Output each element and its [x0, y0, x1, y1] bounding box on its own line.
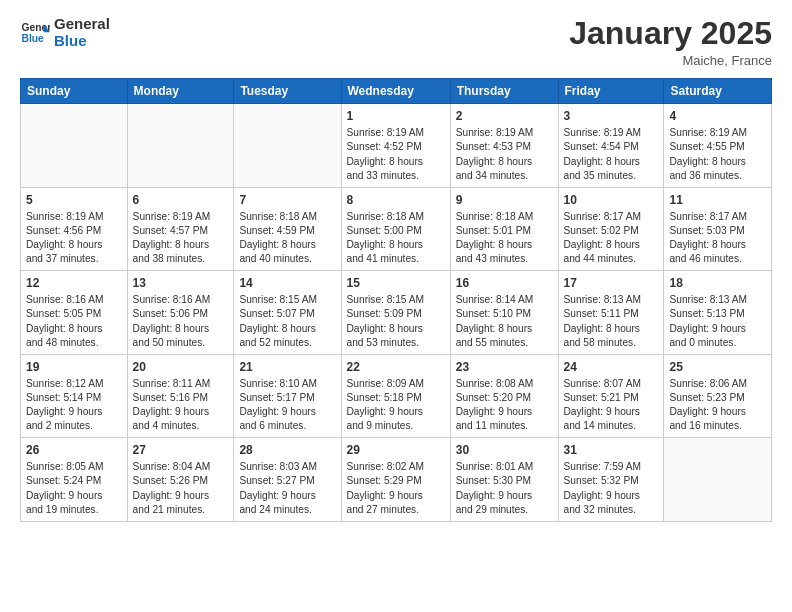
- day-info: Sunrise: 8:19 AM Sunset: 4:57 PM Dayligh…: [133, 210, 229, 266]
- logo-blue-text: Blue: [54, 32, 87, 49]
- day-number: 12: [26, 275, 122, 291]
- month-title: January 2025: [569, 16, 772, 51]
- day-number: 15: [347, 275, 445, 291]
- page: General Blue General Blue January 2025 M…: [0, 0, 792, 612]
- calendar-cell: 6Sunrise: 8:19 AM Sunset: 4:57 PM Daylig…: [127, 187, 234, 271]
- calendar-cell: 3Sunrise: 8:19 AM Sunset: 4:54 PM Daylig…: [558, 104, 664, 188]
- week-row-5: 26Sunrise: 8:05 AM Sunset: 5:24 PM Dayli…: [21, 438, 772, 522]
- col-monday: Monday: [127, 79, 234, 104]
- day-number: 10: [564, 192, 659, 208]
- col-thursday: Thursday: [450, 79, 558, 104]
- calendar-cell: 15Sunrise: 8:15 AM Sunset: 5:09 PM Dayli…: [341, 271, 450, 355]
- day-info: Sunrise: 8:08 AM Sunset: 5:20 PM Dayligh…: [456, 377, 553, 433]
- calendar-cell: 31Sunrise: 7:59 AM Sunset: 5:32 PM Dayli…: [558, 438, 664, 522]
- calendar-cell: 24Sunrise: 8:07 AM Sunset: 5:21 PM Dayli…: [558, 354, 664, 438]
- calendar-cell: 29Sunrise: 8:02 AM Sunset: 5:29 PM Dayli…: [341, 438, 450, 522]
- header: General Blue General Blue January 2025 M…: [20, 16, 772, 68]
- day-info: Sunrise: 8:07 AM Sunset: 5:21 PM Dayligh…: [564, 377, 659, 433]
- day-info: Sunrise: 8:05 AM Sunset: 5:24 PM Dayligh…: [26, 460, 122, 516]
- day-number: 8: [347, 192, 445, 208]
- day-number: 28: [239, 442, 335, 458]
- day-number: 2: [456, 108, 553, 124]
- calendar-cell: 19Sunrise: 8:12 AM Sunset: 5:14 PM Dayli…: [21, 354, 128, 438]
- day-number: 19: [26, 359, 122, 375]
- day-info: Sunrise: 8:19 AM Sunset: 4:52 PM Dayligh…: [347, 126, 445, 182]
- day-info: Sunrise: 8:18 AM Sunset: 5:00 PM Dayligh…: [347, 210, 445, 266]
- calendar-cell: 5Sunrise: 8:19 AM Sunset: 4:56 PM Daylig…: [21, 187, 128, 271]
- day-number: 5: [26, 192, 122, 208]
- day-number: 18: [669, 275, 766, 291]
- day-number: 22: [347, 359, 445, 375]
- day-info: Sunrise: 8:17 AM Sunset: 5:03 PM Dayligh…: [669, 210, 766, 266]
- col-wednesday: Wednesday: [341, 79, 450, 104]
- day-number: 14: [239, 275, 335, 291]
- day-number: 7: [239, 192, 335, 208]
- calendar-cell: 12Sunrise: 8:16 AM Sunset: 5:05 PM Dayli…: [21, 271, 128, 355]
- day-info: Sunrise: 8:10 AM Sunset: 5:17 PM Dayligh…: [239, 377, 335, 433]
- calendar-cell: 1Sunrise: 8:19 AM Sunset: 4:52 PM Daylig…: [341, 104, 450, 188]
- calendar-cell: [127, 104, 234, 188]
- calendar-cell: [234, 104, 341, 188]
- day-number: 11: [669, 192, 766, 208]
- logo-general-text: General: [54, 15, 110, 32]
- day-number: 21: [239, 359, 335, 375]
- calendar-cell: 23Sunrise: 8:08 AM Sunset: 5:20 PM Dayli…: [450, 354, 558, 438]
- calendar-table: Sunday Monday Tuesday Wednesday Thursday…: [20, 78, 772, 522]
- svg-text:Blue: Blue: [22, 32, 45, 43]
- day-info: Sunrise: 8:19 AM Sunset: 4:53 PM Dayligh…: [456, 126, 553, 182]
- title-block: January 2025 Maiche, France: [569, 16, 772, 68]
- day-number: 31: [564, 442, 659, 458]
- day-info: Sunrise: 8:14 AM Sunset: 5:10 PM Dayligh…: [456, 293, 553, 349]
- calendar-cell: 13Sunrise: 8:16 AM Sunset: 5:06 PM Dayli…: [127, 271, 234, 355]
- calendar-cell: 8Sunrise: 8:18 AM Sunset: 5:00 PM Daylig…: [341, 187, 450, 271]
- day-info: Sunrise: 8:19 AM Sunset: 4:55 PM Dayligh…: [669, 126, 766, 182]
- day-info: Sunrise: 8:13 AM Sunset: 5:13 PM Dayligh…: [669, 293, 766, 349]
- calendar-cell: [664, 438, 772, 522]
- calendar-cell: 9Sunrise: 8:18 AM Sunset: 5:01 PM Daylig…: [450, 187, 558, 271]
- calendar-cell: 26Sunrise: 8:05 AM Sunset: 5:24 PM Dayli…: [21, 438, 128, 522]
- calendar-cell: 21Sunrise: 8:10 AM Sunset: 5:17 PM Dayli…: [234, 354, 341, 438]
- day-info: Sunrise: 8:17 AM Sunset: 5:02 PM Dayligh…: [564, 210, 659, 266]
- week-row-1: 1Sunrise: 8:19 AM Sunset: 4:52 PM Daylig…: [21, 104, 772, 188]
- week-row-2: 5Sunrise: 8:19 AM Sunset: 4:56 PM Daylig…: [21, 187, 772, 271]
- day-info: Sunrise: 8:02 AM Sunset: 5:29 PM Dayligh…: [347, 460, 445, 516]
- day-number: 1: [347, 108, 445, 124]
- calendar-cell: 27Sunrise: 8:04 AM Sunset: 5:26 PM Dayli…: [127, 438, 234, 522]
- day-info: Sunrise: 8:18 AM Sunset: 4:59 PM Dayligh…: [239, 210, 335, 266]
- day-info: Sunrise: 8:01 AM Sunset: 5:30 PM Dayligh…: [456, 460, 553, 516]
- day-number: 17: [564, 275, 659, 291]
- day-number: 13: [133, 275, 229, 291]
- calendar-cell: 28Sunrise: 8:03 AM Sunset: 5:27 PM Dayli…: [234, 438, 341, 522]
- calendar-cell: 2Sunrise: 8:19 AM Sunset: 4:53 PM Daylig…: [450, 104, 558, 188]
- calendar-cell: 14Sunrise: 8:15 AM Sunset: 5:07 PM Dayli…: [234, 271, 341, 355]
- week-row-4: 19Sunrise: 8:12 AM Sunset: 5:14 PM Dayli…: [21, 354, 772, 438]
- col-friday: Friday: [558, 79, 664, 104]
- day-number: 23: [456, 359, 553, 375]
- day-number: 20: [133, 359, 229, 375]
- logo-icon: General Blue: [20, 18, 50, 48]
- day-info: Sunrise: 8:12 AM Sunset: 5:14 PM Dayligh…: [26, 377, 122, 433]
- calendar-cell: 30Sunrise: 8:01 AM Sunset: 5:30 PM Dayli…: [450, 438, 558, 522]
- calendar-cell: 10Sunrise: 8:17 AM Sunset: 5:02 PM Dayli…: [558, 187, 664, 271]
- calendar-cell: 17Sunrise: 8:13 AM Sunset: 5:11 PM Dayli…: [558, 271, 664, 355]
- day-info: Sunrise: 8:19 AM Sunset: 4:56 PM Dayligh…: [26, 210, 122, 266]
- day-info: Sunrise: 8:18 AM Sunset: 5:01 PM Dayligh…: [456, 210, 553, 266]
- calendar-header-row: Sunday Monday Tuesday Wednesday Thursday…: [21, 79, 772, 104]
- day-number: 29: [347, 442, 445, 458]
- day-info: Sunrise: 8:03 AM Sunset: 5:27 PM Dayligh…: [239, 460, 335, 516]
- day-number: 24: [564, 359, 659, 375]
- day-info: Sunrise: 8:16 AM Sunset: 5:05 PM Dayligh…: [26, 293, 122, 349]
- day-info: Sunrise: 7:59 AM Sunset: 5:32 PM Dayligh…: [564, 460, 659, 516]
- day-info: Sunrise: 8:09 AM Sunset: 5:18 PM Dayligh…: [347, 377, 445, 433]
- day-number: 9: [456, 192, 553, 208]
- day-info: Sunrise: 8:19 AM Sunset: 4:54 PM Dayligh…: [564, 126, 659, 182]
- calendar-cell: 11Sunrise: 8:17 AM Sunset: 5:03 PM Dayli…: [664, 187, 772, 271]
- calendar-cell: 22Sunrise: 8:09 AM Sunset: 5:18 PM Dayli…: [341, 354, 450, 438]
- day-info: Sunrise: 8:13 AM Sunset: 5:11 PM Dayligh…: [564, 293, 659, 349]
- calendar-cell: [21, 104, 128, 188]
- calendar-cell: 7Sunrise: 8:18 AM Sunset: 4:59 PM Daylig…: [234, 187, 341, 271]
- col-sunday: Sunday: [21, 79, 128, 104]
- day-number: 4: [669, 108, 766, 124]
- calendar-cell: 16Sunrise: 8:14 AM Sunset: 5:10 PM Dayli…: [450, 271, 558, 355]
- day-number: 27: [133, 442, 229, 458]
